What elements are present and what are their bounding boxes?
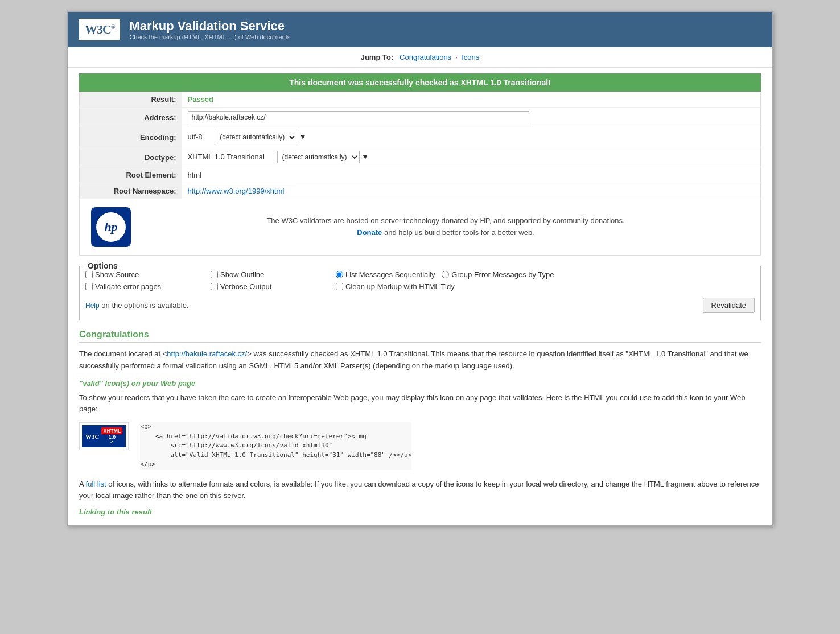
help-link[interactable]: Help [85, 302, 100, 310]
jump-to-label: Jump To: [361, 53, 394, 61]
xhtml-badge: XHTML 1.0 ✓ [101, 427, 122, 445]
option-cleanup: Clean up Markup with HTML Tidy [336, 282, 755, 291]
sponsor-box: hp The W3C validators are hosted on serv… [79, 199, 761, 256]
result-label-address: Address: [80, 108, 182, 127]
group-errors-label: Group Error Messages by Type [451, 270, 554, 279]
result-row-doctype: Doctype: XHTML 1.0 Transitional (detect … [80, 147, 761, 167]
show-source-label: Show Source [95, 270, 139, 279]
result-value-root-element: html [182, 167, 761, 183]
linking-heading: Linking to this result [79, 508, 761, 516]
options-fieldset: Options Show Source Validate error pages… [79, 261, 761, 320]
validation-code-block: <p> <a href="http://validator.w3.org/che… [140, 422, 411, 470]
icon-description: To show your readers that you have taken… [79, 392, 761, 416]
xhtml-label: XHTML [101, 427, 122, 434]
icon-section-heading: "valid" Icon(s) on your Web page [79, 379, 761, 388]
namespace-link[interactable]: http://www.w3.org/1999/xhtml [188, 187, 285, 195]
result-row-root-namespace: Root Namespace: http://www.w3.org/1999/x… [80, 183, 761, 199]
w3c-logo-sup: ® [111, 24, 114, 30]
full-list-link[interactable]: full list [86, 480, 106, 488]
option-show-outline: Show Outline [211, 270, 336, 279]
revalidate-button[interactable]: Revalidate [703, 298, 755, 313]
options-col1: Show Source Validate error pages [85, 270, 211, 291]
show-outline-label: Show Outline [220, 270, 264, 279]
options-col2: Show Outline Verbose Output [211, 270, 336, 291]
options-grid: Show Source Validate error pages Show Ou… [85, 270, 755, 291]
result-value-result: Passed [182, 92, 761, 108]
result-label-doctype: Doctype: [80, 147, 182, 167]
doctype-select[interactable]: (detect automatically) [277, 151, 360, 163]
address-input[interactable] [188, 111, 529, 123]
success-banner-text: This document was successfully checked a… [289, 78, 551, 87]
help-suffix: on the options is available. [101, 301, 188, 310]
result-label-root-namespace: Root Namespace: [80, 183, 182, 199]
sponsor-main-text: The W3C validators are hosted on server … [266, 216, 624, 225]
result-label-root-element: Root Element: [80, 167, 182, 183]
result-value-address [182, 108, 761, 127]
sponsor-text: The W3C validators are hosted on server … [142, 215, 749, 239]
w3c-badge-inner: W3C XHTML 1.0 ✓ [82, 425, 126, 447]
list-messages-label: List Messages Sequentially [345, 270, 435, 279]
congratulations-paragraph: The document located at <http://bakule.r… [79, 348, 761, 372]
congratulations-heading: Congratulations [79, 330, 761, 343]
validate-error-checkbox[interactable] [85, 283, 93, 290]
group-errors-radio[interactable] [442, 271, 449, 278]
result-value-doctype: XHTML 1.0 Transitional (detect automatic… [182, 147, 761, 167]
jump-to-congratulations[interactable]: Congratulations [400, 53, 451, 61]
option-validate-error: Validate error pages [85, 282, 211, 291]
result-row-encoding: Encoding: utf-8 (detect automatically) ▼ [80, 127, 761, 147]
encoding-value: utf-8 [188, 133, 203, 141]
sponsor-suffix: and help us build better tools for a bet… [382, 228, 534, 237]
hp-logo-inner: hp [96, 212, 126, 242]
show-source-checkbox[interactable] [85, 271, 93, 278]
result-row-result: Result: Passed [80, 92, 761, 108]
doc-url-link[interactable]: http://bakule.raftacek.cz/ [167, 349, 247, 358]
list-messages-radio[interactable] [336, 271, 343, 278]
options-bottom: Help on the options is available. Revali… [85, 298, 755, 313]
version-label: 1.0 [109, 434, 116, 440]
show-outline-checkbox[interactable] [211, 271, 218, 278]
help-text: Help on the options is available. [85, 301, 189, 310]
doctype-value: XHTML 1.0 Transitional [188, 153, 265, 161]
result-label-encoding: Encoding: [80, 127, 182, 147]
w3c-badge: W3C XHTML 1.0 ✓ [79, 422, 129, 450]
options-legend: Options [85, 261, 120, 270]
option-list-messages: List Messages Sequentially Group Error M… [336, 270, 755, 279]
passed-text: Passed [188, 95, 214, 104]
result-value-root-namespace: http://www.w3.org/1999/xhtml [182, 183, 761, 199]
result-row-address: Address: [80, 108, 761, 127]
result-label-result: Result: [80, 92, 182, 108]
jump-to-separator: · [455, 53, 458, 61]
verbose-output-label: Verbose Output [220, 282, 271, 291]
hp-logo: hp [91, 207, 131, 247]
jump-to-icons[interactable]: Icons [462, 53, 479, 61]
success-banner: This document was successfully checked a… [79, 73, 761, 92]
validate-error-label: Validate error pages [95, 282, 161, 291]
header-text: Markup Validation Service Check the mark… [129, 19, 290, 40]
site-header: W3C® Markup Validation Service Check the… [68, 12, 772, 47]
options-col3: List Messages Sequentially Group Error M… [336, 270, 755, 291]
icon-row: W3C XHTML 1.0 ✓ <p> <a href="http://vali… [79, 422, 761, 470]
encoding-select[interactable]: (detect automatically) [215, 131, 297, 143]
result-table: Result: Passed Address: Encoding: utf-8 … [79, 92, 761, 199]
w3c-logo-text: W3C [85, 22, 111, 36]
full-list-text: A full list of icons, with links to alte… [79, 479, 761, 503]
checkmark-icon: ✓ [110, 440, 114, 445]
verbose-output-checkbox[interactable] [211, 283, 218, 290]
jump-to-bar: Jump To: Congratulations · Icons [68, 47, 772, 68]
congratulations-section: Congratulations The document located at … [79, 330, 761, 516]
option-show-source: Show Source [85, 270, 211, 279]
result-value-encoding: utf-8 (detect automatically) ▼ [182, 127, 761, 147]
cleanup-checkbox[interactable] [336, 283, 343, 290]
result-row-root-element: Root Element: html [80, 167, 761, 183]
site-title: Markup Validation Service [129, 19, 290, 34]
cleanup-label: Clean up Markup with HTML Tidy [345, 282, 455, 291]
w3c-badge-text: W3C [85, 433, 99, 440]
donate-link[interactable]: Donate [357, 228, 382, 237]
site-subtitle: Check the markup (HTML, XHTML, ...) of W… [129, 34, 290, 40]
w3c-logo: W3C® [79, 19, 120, 40]
option-verbose-output: Verbose Output [211, 282, 336, 291]
